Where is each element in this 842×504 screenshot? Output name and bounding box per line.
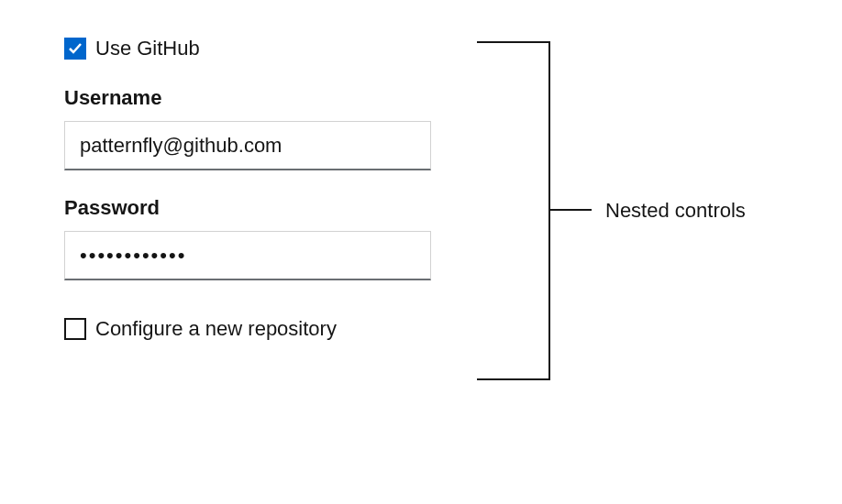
use-github-checkbox[interactable] bbox=[64, 38, 86, 60]
password-field-group: Password bbox=[64, 196, 431, 280]
annotation-bracket bbox=[477, 41, 550, 380]
checkmark-icon bbox=[68, 41, 83, 56]
password-input[interactable] bbox=[64, 231, 431, 280]
username-label: Username bbox=[64, 86, 431, 110]
username-input[interactable] bbox=[64, 121, 431, 170]
use-github-checkbox-row: Use GitHub bbox=[64, 37, 431, 60]
annotation-connector-line bbox=[550, 209, 592, 211]
configure-repo-label: Configure a new repository bbox=[95, 317, 337, 341]
configure-repo-checkbox[interactable] bbox=[64, 318, 86, 340]
password-label: Password bbox=[64, 196, 431, 220]
configure-repo-checkbox-row: Configure a new repository bbox=[64, 317, 431, 341]
form-container: Use GitHub Username Password Configure a… bbox=[64, 37, 431, 341]
use-github-label: Use GitHub bbox=[95, 37, 200, 60]
username-field-group: Username bbox=[64, 86, 431, 170]
annotation-label: Nested controls bbox=[605, 199, 746, 223]
